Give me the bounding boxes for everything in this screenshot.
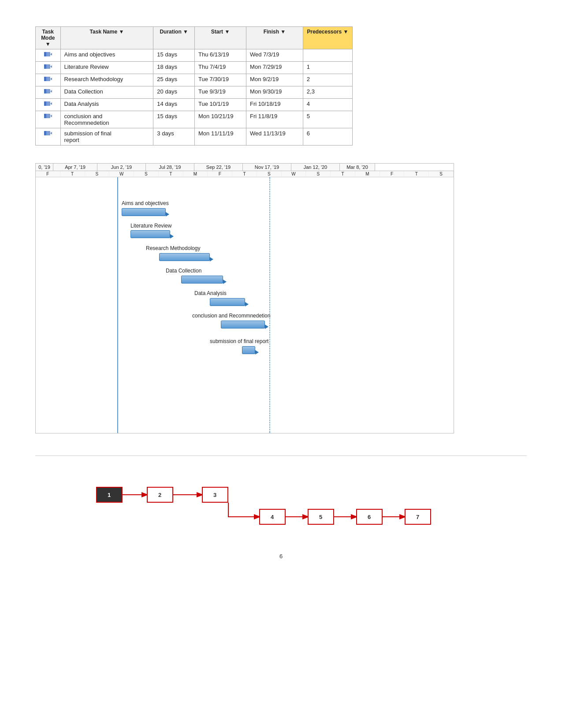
gantt-task-label: submission of final report [210,338,268,344]
network-arrows [83,469,480,535]
gantt-bar-connector [245,302,249,306]
task-name-cell: Aims and objectives [60,49,153,62]
task-finish-cell: Mon 7/29/19 [246,62,303,74]
svg-rect-13 [44,101,46,106]
gantt-start-line [117,177,118,433]
net-node-1: 1 [96,487,123,503]
task-mode-icon-cell [36,111,61,128]
svg-marker-8 [50,78,52,80]
gantt-month-cell: Nov 17, '19 [243,164,291,171]
gantt-bar-connector [170,234,174,239]
svg-marker-11 [50,90,52,93]
gantt-task-label: Research Methodology [146,245,200,251]
task-pred-cell: 2 [303,74,352,86]
task-start-cell: Mon 10/21/19 [195,111,246,128]
day-s5: S [429,171,454,177]
gantt-task-label: conclusion and Recommnedetion [192,313,270,319]
gantt-task-bar [181,276,223,284]
day-s4: S [306,171,331,177]
task-icon [44,130,52,137]
task-mode-icon-cell [36,99,61,111]
svg-rect-10 [44,89,46,93]
day-t5: T [404,171,429,177]
net-node-2: 2 [147,487,173,503]
gantt-bar-connector [223,280,227,284]
task-duration-cell: 15 days [153,111,195,128]
task-finish-cell: Wed 7/3/19 [246,49,303,62]
task-duration-cell: 20 days [153,86,195,99]
col-header-name[interactable]: Task Name ▼ [60,27,153,49]
task-duration-cell: 14 days [153,99,195,111]
table-row: submission of final report3 daysMon 11/1… [36,128,353,146]
svg-marker-14 [50,102,52,105]
gantt-task-bar [210,298,245,306]
task-name-cell: Research Methodology [60,74,153,86]
gantt-task-bar [159,253,210,261]
gantt-task-bar [242,346,255,354]
task-mode-icon-cell [36,74,61,86]
gantt-task-label: Data Collection [166,268,201,274]
task-name-cell: submission of final report [60,128,153,146]
table-row: Data Collection20 daysTue 9/3/19Mon 9/30… [36,86,353,99]
gantt-bar-connector [265,325,268,329]
svg-rect-19 [44,131,46,135]
task-start-cell: Thu 6/13/19 [195,49,246,62]
day-t1: T [60,171,85,177]
col-header-mode[interactable]: Task Mode ▼ [36,27,61,49]
gantt-chart: 0, '19Apr 7, '19Jun 2, '19Jul 28, '19Sep… [35,163,454,433]
net-node-7: 7 [405,509,431,525]
task-finish-cell: Fri 11/8/19 [246,111,303,128]
day-s2: S [134,171,159,177]
task-duration-cell: 15 days [153,49,195,62]
task-start-cell: Mon 11/11/19 [195,128,246,146]
gantt-task-label: Aims and objectives [122,200,169,206]
gantt-bar-connector [210,257,213,261]
task-duration-cell: 18 days [153,62,195,74]
task-start-cell: Tue 9/3/19 [195,86,246,99]
task-finish-cell: Mon 9/2/19 [246,74,303,86]
day-w1: W [109,171,134,177]
svg-marker-17 [50,115,52,117]
day-m2: M [355,171,380,177]
gantt-month-cell: Mar 8, '20 [340,164,375,171]
task-pred-cell [303,49,352,62]
task-pred-cell: 4 [303,99,352,111]
task-finish-cell: Fri 10/18/19 [246,99,303,111]
task-duration-cell: 3 days [153,128,195,146]
day-f2: F [208,171,232,177]
day-w2: W [282,171,306,177]
gantt-month-header: 0, '19Apr 7, '19Jun 2, '19Jul 28, '19Sep… [36,164,454,171]
table-row: conclusion and Recommnedetion15 daysMon … [36,111,353,128]
gantt-task-label: Data Analysis [194,290,227,296]
table-row: Literature Review18 daysThu 7/4/19Mon 7/… [36,62,353,74]
day-s1: S [85,171,110,177]
day-t2: T [159,171,183,177]
task-finish-cell: Mon 9/30/19 [246,86,303,99]
col-header-duration[interactable]: Duration ▼ [153,27,195,49]
task-mode-icon-cell [36,62,61,74]
task-icon [44,88,52,95]
svg-marker-5 [50,65,52,68]
col-header-finish[interactable]: Finish ▼ [246,27,303,49]
gantt-month-cell: Jul 28, '19 [146,164,194,171]
task-pred-cell: 6 [303,128,352,146]
table-row: Data Analysis14 daysTue 10/1/19Fri 10/18… [36,99,353,111]
task-mode-icon-cell [36,49,61,62]
task-name-cell: Data Collection [60,86,153,99]
gantt-month-cell: Jun 2, '19 [97,164,146,171]
day-s3: S [257,171,282,177]
col-header-start[interactable]: Start ▼ [195,27,246,49]
task-icon [44,76,52,83]
day-m1: M [183,171,208,177]
task-duration-cell: 25 days [153,74,195,86]
day-f1: F [36,171,60,177]
task-pred-cell: 2,3 [303,86,352,99]
gantt-month-cell: Sep 22, '19 [194,164,243,171]
task-name-cell: Literature Review [60,62,153,74]
svg-marker-20 [50,132,52,134]
col-header-pred[interactable]: Predecessors ▼ [303,27,352,49]
gantt-month-cell: 0, '19 [36,164,53,171]
task-icon [44,101,52,108]
task-icon [44,51,52,58]
day-t3: T [232,171,257,177]
